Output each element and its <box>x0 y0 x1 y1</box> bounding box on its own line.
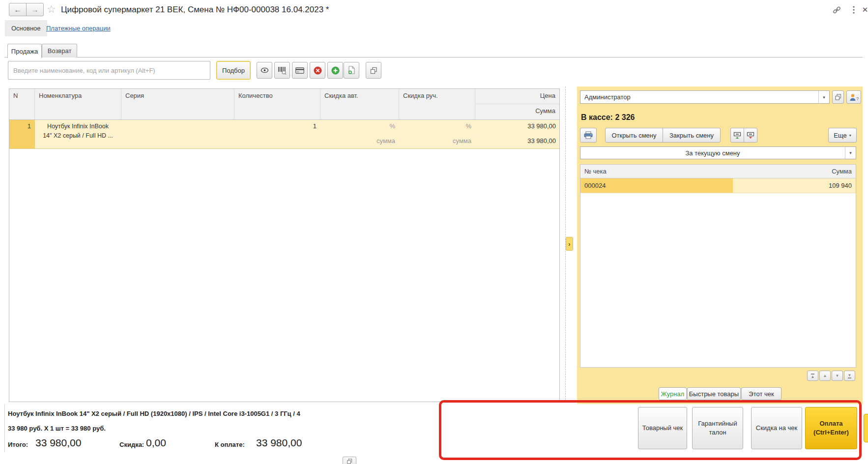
tab-sale[interactable]: Продажа <box>7 44 42 58</box>
goods-receipt-button[interactable]: Товарный чек <box>638 407 687 449</box>
go-up-button[interactable]: ▲ <box>819 371 831 381</box>
go-down-button[interactable]: ▼ <box>832 371 843 381</box>
cashier-help-button[interactable]: ? <box>846 90 861 104</box>
print-button[interactable] <box>580 128 597 143</box>
tab-main[interactable]: Основное <box>5 20 47 36</box>
price-calculation-line: 33 980 руб. X 1 шт = 33 980 руб. <box>8 425 106 432</box>
product-name-line1: Ноутбук Infinix InBook <box>38 122 117 131</box>
clipped-button-edge[interactable] <box>864 414 868 442</box>
col-header-receipt-number[interactable]: № чека <box>580 165 733 178</box>
barcode-scan-button[interactable] <box>274 62 290 79</box>
arrow-top-icon: ▲ <box>811 374 815 378</box>
total-value: 33 980,00 <box>35 437 81 449</box>
close-icon[interactable]: ✕ <box>860 5 868 15</box>
product-name-line2: 14" X2 серый / Full HD ... <box>38 131 117 141</box>
tab-this-receipt[interactable]: Этот чек <box>741 387 781 400</box>
go-last-button[interactable]: ▼ <box>844 371 855 381</box>
view-mode-button[interactable] <box>257 62 272 79</box>
go-first-button[interactable]: ▲ <box>807 371 818 381</box>
due-value: 33 980,00 <box>256 437 302 449</box>
nav-forward-button[interactable]: → <box>26 3 44 16</box>
col-header-nomenclature[interactable]: Номенклатура <box>35 89 121 119</box>
more-button[interactable]: Еще ▾ <box>828 128 857 143</box>
col-header-receipt-sum[interactable]: Сумма <box>733 165 856 178</box>
add-row-button[interactable] <box>327 62 343 79</box>
chevron-down-icon[interactable]: ▾ <box>818 91 829 103</box>
row-price-cell: 33 980,00 <box>475 120 559 134</box>
eye-icon <box>260 67 269 73</box>
pick-button[interactable]: Подбор <box>216 61 251 80</box>
clipped-bottom-button[interactable] <box>343 457 356 464</box>
document-plus-icon <box>347 66 355 75</box>
copy-document-button[interactable] <box>344 62 359 79</box>
receipt-sum-cell: 109 940 <box>733 178 856 193</box>
close-shift-button[interactable]: Закрыть смену <box>663 128 721 143</box>
delete-row-button[interactable] <box>310 62 325 79</box>
selected-product-info: Ноутбук Infinix InBook 14" X2 серый / Fu… <box>8 410 300 417</box>
cashier-input[interactable] <box>580 93 818 101</box>
overlap-squares-icon <box>835 94 841 100</box>
cashier-combo: ▾ <box>580 90 830 104</box>
green-plus-icon <box>331 66 340 75</box>
col-header-manual-discount[interactable]: Скидка руч. <box>399 89 475 119</box>
row-sum-cell: 33 980,00 <box>475 134 559 148</box>
receipt-discount-button[interactable]: Скидка на чек <box>751 407 802 449</box>
arrow-bottom-icon: ▼ <box>848 374 852 378</box>
open-in-window-button[interactable] <box>366 62 381 79</box>
tab-quick-goods[interactable]: Быстрые товары <box>687 387 741 400</box>
cash-drawer-in-icon <box>733 132 741 139</box>
col-header-price[interactable]: Цена <box>475 89 559 104</box>
open-shift-button[interactable]: Открыть смену <box>605 128 663 143</box>
barcode-icon <box>278 66 287 75</box>
open-cashier-button[interactable] <box>832 90 844 104</box>
search-input[interactable] <box>8 61 210 80</box>
period-filter-select[interactable]: За текущую смену ▾ <box>580 146 856 159</box>
chevron-down-icon[interactable]: ▾ <box>845 147 856 159</box>
col-header-qty[interactable]: Количество <box>234 89 320 119</box>
table-row[interactable]: 1 Ноутбук Infinix InBook 14" X2 серый / … <box>9 120 559 149</box>
person-question-icon: ? <box>849 93 859 101</box>
favorite-star-icon[interactable]: ☆ <box>47 3 56 15</box>
collapse-panel-button[interactable]: › <box>566 237 573 251</box>
pay-button[interactable]: Оплата (Ctrl+Enter) <box>805 407 857 449</box>
col-header-auto-discount[interactable]: Скидка авт. <box>320 89 399 119</box>
svg-text:?: ? <box>856 96 859 101</box>
row-auto-discount-sum-cell: сумма <box>320 134 399 148</box>
discount-value: 0,00 <box>146 437 166 449</box>
cash-drawer-out-icon <box>747 132 754 139</box>
window-title: Цифровой супермаркет 21 ВЕК, Смена № НФ0… <box>61 5 329 15</box>
col-header-series[interactable]: Серия <box>121 89 234 119</box>
period-filter-value: За текущую смену <box>580 149 845 157</box>
arrow-down-icon: ▼ <box>836 374 839 378</box>
close-drawer-button[interactable] <box>744 128 757 143</box>
receipts-table: № чека Сумма 000024 109 940 <box>580 164 856 368</box>
receipt-row[interactable]: 000024 109 940 <box>580 178 856 193</box>
pay-button-label: Оплата <box>819 419 842 428</box>
receipt-number-cell: 000024 <box>580 178 733 193</box>
open-drawer-button[interactable] <box>730 128 744 143</box>
nav-back-button[interactable]: ← <box>9 3 27 16</box>
red-cross-icon <box>314 66 322 75</box>
discount-label: Скидка: <box>119 441 144 448</box>
payment-card-button[interactable] <box>292 62 308 79</box>
get-link-icon[interactable] <box>832 5 841 15</box>
tab-journal[interactable]: Журнал <box>659 387 687 400</box>
warranty-card-button[interactable]: Гарантийный талон <box>692 407 743 449</box>
title-bar: ← → ☆ Цифровой супермаркет 21 ВЕК, Смена… <box>0 0 868 20</box>
row-auto-discount-pct-cell: % <box>320 120 399 134</box>
tab-refund[interactable]: Возврат <box>42 44 77 58</box>
more-menu-icon[interactable] <box>849 5 859 15</box>
cashier-panel: ▾ ? В кассе: 2 326 Открыть смену Закрыть… <box>577 87 863 404</box>
overlap-squares-icon <box>370 67 377 74</box>
more-label: Еще <box>834 132 846 139</box>
receipts-nav: ▲ ▲ ▼ ▼ <box>807 371 855 381</box>
printer-icon <box>584 131 593 139</box>
overlap-squares-icon <box>347 459 352 464</box>
col-header-n[interactable]: N <box>9 89 35 119</box>
row-nomenclature-cell: Ноутбук Infinix InBook 14" X2 серый / Fu… <box>35 120 121 148</box>
row-number-cell: 1 <box>9 120 35 148</box>
link-payment-operations[interactable]: Платежные операции <box>46 25 111 32</box>
col-header-sum[interactable]: Сумма <box>475 104 559 119</box>
card-icon <box>295 67 304 74</box>
arrow-up-icon: ▲ <box>823 374 827 378</box>
